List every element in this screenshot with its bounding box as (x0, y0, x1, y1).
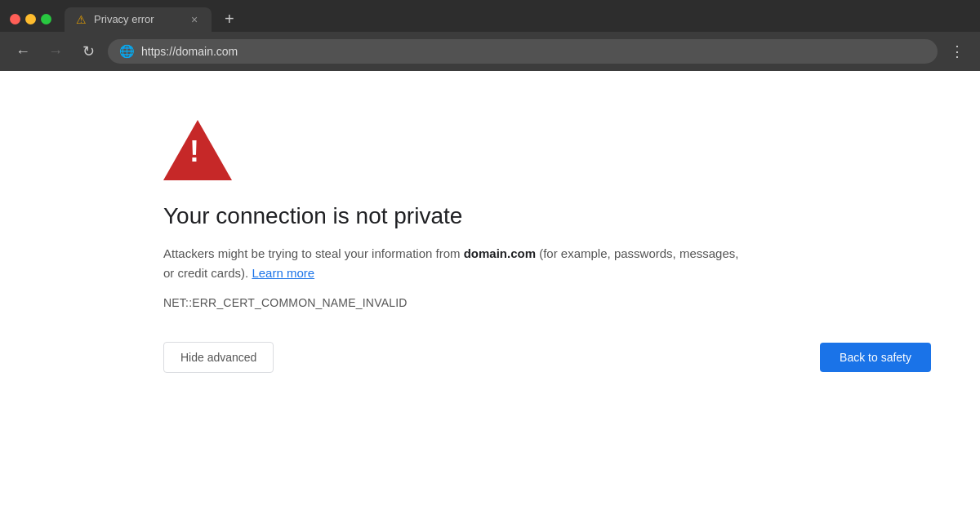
warning-icon-wrap (163, 120, 232, 184)
lock-icon: 🌐 (119, 44, 135, 59)
browser-menu-button[interactable]: ⋮ (944, 38, 970, 64)
window-controls (10, 14, 51, 24)
page-content: Your connection is not private Attackers… (0, 71, 980, 405)
tab-label: Privacy error (94, 13, 180, 25)
description-before: Attackers might be trying to steal your … (163, 246, 464, 260)
error-heading: Your connection is not private (163, 203, 462, 229)
nav-bar: ← → ↻ 🌐 https://domain.com ⋮ (0, 32, 980, 71)
hide-advanced-button[interactable]: Hide advanced (163, 342, 274, 373)
reload-button[interactable]: ↻ (75, 38, 101, 64)
address-bar[interactable]: 🌐 https://domain.com (108, 39, 938, 64)
browser-chrome: ⚠ Privacy error × + ← → ↻ 🌐 https://doma… (0, 0, 980, 71)
address-text: https://domain.com (141, 45, 238, 58)
error-code: NET::ERR_CERT_COMMON_NAME_INVALID (163, 296, 408, 309)
domain-name: domain.com (464, 246, 536, 260)
forward-button[interactable]: → (42, 38, 69, 64)
new-tab-button[interactable]: + (218, 7, 241, 32)
back-to-safety-button[interactable]: Back to safety (820, 343, 931, 372)
button-row: Hide advanced Back to safety (163, 342, 931, 373)
browser-tab[interactable]: ⚠ Privacy error × (65, 7, 212, 32)
tab-close-icon[interactable]: × (187, 12, 202, 27)
maximize-window-button[interactable] (41, 14, 51, 24)
warning-triangle-icon (163, 120, 232, 180)
close-window-button[interactable] (10, 14, 20, 24)
back-button[interactable]: ← (10, 38, 36, 64)
error-description: Attackers might be trying to steal your … (163, 244, 751, 283)
learn-more-link[interactable]: Learn more (252, 266, 314, 280)
tab-favicon-icon: ⚠ (74, 13, 87, 26)
title-bar: ⚠ Privacy error × + (0, 0, 980, 32)
minimize-window-button[interactable] (25, 14, 36, 24)
